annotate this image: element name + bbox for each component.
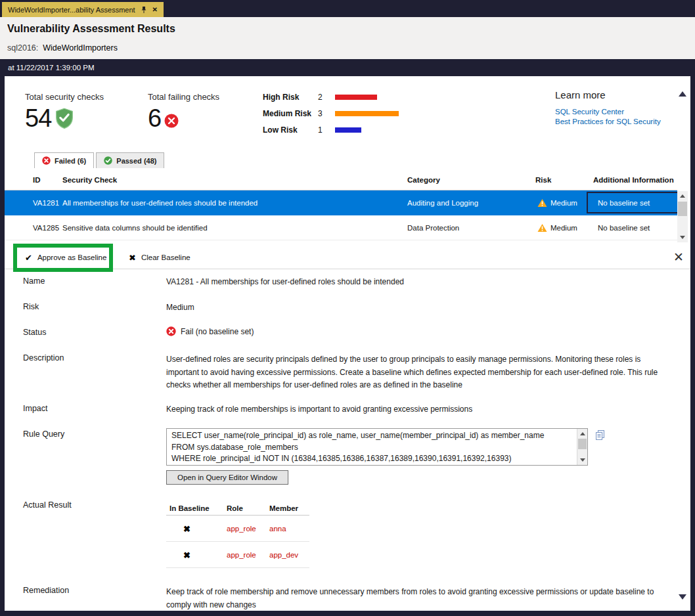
scan-timestamp: at 11/22/2017 1:39:00 PM: [0, 59, 695, 76]
rule-query-box[interactable]: SELECT user_name(role_principal_id) as r…: [166, 428, 588, 466]
medium-risk-bar: [335, 111, 399, 116]
rule-query-line: SELECT user_name(role_principal_id) as r…: [171, 430, 574, 442]
table-row-va1285[interactable]: VA1285 Sensitive data columns should be …: [5, 215, 677, 240]
column-id: ID: [33, 176, 41, 184]
status-text: Fail (no baseline set): [181, 327, 254, 336]
link-best-practices[interactable]: Best Practices for SQL Security: [555, 118, 661, 125]
column-category: Category: [407, 176, 440, 184]
field-label-remediation: Remediation: [23, 586, 69, 595]
query-scroll-up-icon[interactable]: [577, 429, 587, 438]
copy-icon[interactable]: [594, 429, 606, 441]
query-scrollbar-thumb[interactable]: [578, 439, 587, 449]
learn-more-section: Learn more SQL Security Center Best Prac…: [555, 89, 661, 125]
grid-scroll-up-icon[interactable]: [677, 191, 688, 201]
cell-risk: Medium: [550, 199, 577, 207]
cell-security-check: All memberships for user-defined roles s…: [62, 199, 258, 207]
field-value-name: VA1281 - All memberships for user-define…: [166, 277, 404, 286]
field-label-name: Name: [23, 276, 45, 286]
document-tab-bar: WideWorldImporter...ability Assessment ✕: [0, 0, 695, 17]
medium-risk-label: Medium Risk: [263, 109, 318, 118]
status-fail-icon: [166, 326, 176, 336]
tab-failed-label: Failed (6): [55, 157, 86, 165]
warning-icon: [537, 223, 547, 232]
remediation-text: Keep track of role membership and remove…: [166, 586, 667, 611]
ar-column-member: Member: [269, 504, 298, 512]
ar-column-in-baseline: In Baseline: [169, 504, 210, 512]
document-tab-title: WideWorldImporter...ability Assessment: [8, 6, 135, 14]
approve-as-baseline-button[interactable]: ✔ Approve as Baseline: [25, 246, 106, 269]
column-security-check: Security Check: [62, 176, 117, 184]
low-risk-bar: [335, 127, 361, 133]
passed-check-circle-icon: [104, 156, 112, 165]
low-risk-label: Low Risk: [263, 125, 318, 135]
failing-checks-block: Total failing checks 6: [148, 92, 219, 132]
grid-scrollbar[interactable]: [677, 191, 688, 242]
high-risk-row: High Risk 2: [263, 93, 399, 102]
results-header: Vulnerability Assessment Results sql2016…: [0, 17, 695, 59]
column-risk: Risk: [535, 176, 551, 184]
failing-checks-value: 6: [148, 104, 161, 132]
warning-icon: [537, 199, 547, 208]
total-checks-value: 54: [25, 104, 51, 132]
tab-passed-label: Passed (48): [116, 157, 156, 165]
column-additional-information: Additional Information: [593, 176, 674, 184]
not-in-baseline-icon: ✖: [183, 550, 191, 560]
field-label-risk: Risk: [23, 302, 39, 311]
baseline-status-box[interactable]: No baseline set: [587, 192, 681, 213]
server-line: sql2016:WideWorldImporters: [7, 43, 695, 53]
medium-risk-count: 3: [318, 109, 335, 118]
ar-member: anna: [269, 525, 286, 533]
field-label-rule-query: Rule Query: [23, 429, 64, 439]
failing-checks-label: Total failing checks: [148, 92, 219, 102]
cell-security-check: Sensitive data columns should be identif…: [62, 224, 208, 232]
cell-id: VA1285: [33, 224, 59, 232]
total-checks-label: Total security checks: [25, 92, 104, 102]
tab-close-icon[interactable]: ✕: [152, 6, 158, 13]
ar-column-role: Role: [227, 504, 243, 512]
query-scrollbar[interactable]: [577, 429, 587, 465]
close-details-icon[interactable]: ✕: [673, 250, 684, 265]
result-tabs: Failed (6) Passed (48): [34, 152, 164, 168]
clear-baseline-button[interactable]: ✖ Clear Baseline: [129, 246, 191, 269]
vulnerability-assessment-window: WideWorldImporter...ability Assessment ✕…: [0, 0, 695, 616]
query-scroll-down-icon[interactable]: [577, 456, 587, 464]
check-icon: ✔: [25, 253, 32, 263]
page-title: Vulnerability Assessment Results: [7, 23, 695, 35]
field-label-actual-result: Actual Result: [23, 500, 72, 510]
cell-additional-information: No baseline set: [598, 224, 650, 232]
description-text: User-defined roles are security principa…: [166, 353, 667, 392]
impact-text: Keeping track of role memberships is imp…: [166, 405, 472, 414]
high-risk-bar: [335, 95, 377, 100]
total-checks-block: Total security checks 54: [25, 92, 104, 132]
scroll-up-icon[interactable]: [679, 80, 686, 92]
low-risk-count: 1: [318, 125, 335, 135]
tab-passed[interactable]: Passed (48): [96, 152, 164, 168]
actual-result-header: In Baseline Role Member: [166, 502, 309, 516]
approve-as-baseline-label: Approve as Baseline: [37, 253, 106, 261]
field-value-status: Fail (no baseline set): [166, 326, 254, 336]
open-in-query-editor-button[interactable]: Open in Query Editor Window: [166, 470, 288, 485]
actual-result-table: In Baseline Role Member ✖ app_role anna …: [166, 502, 309, 568]
document-tab[interactable]: WideWorldImporter...ability Assessment ✕: [2, 2, 164, 17]
scroll-down-icon[interactable]: [679, 600, 686, 611]
content-area: Total security checks 54 Total failing c…: [5, 76, 690, 611]
cell-category: Auditing and Logging: [407, 199, 478, 207]
cell-id: VA1281: [33, 199, 59, 207]
x-icon: ✖: [129, 253, 136, 263]
tab-failed[interactable]: Failed (6): [34, 152, 94, 168]
low-risk-row: Low Risk 1: [263, 125, 399, 135]
pin-icon[interactable]: [141, 6, 147, 14]
medium-risk-row: Medium Risk 3: [263, 109, 399, 118]
database-name: WideWorldImporters: [43, 43, 118, 53]
field-label-impact: Impact: [23, 404, 48, 413]
clear-baseline-label: Clear Baseline: [141, 253, 191, 261]
link-sql-security-center[interactable]: SQL Security Center: [555, 108, 661, 116]
table-row-va1281[interactable]: VA1281 All memberships for user-defined …: [5, 190, 677, 215]
high-risk-count: 2: [318, 93, 335, 102]
grid-scroll-down-icon[interactable]: [677, 232, 688, 242]
grid-scrollbar-thumb[interactable]: [678, 202, 687, 216]
baseline-toolbar: ✔ Approve as Baseline ✖ Clear Baseline ✕: [5, 246, 690, 269]
ar-role: app_role: [227, 525, 256, 533]
server-name: sql2016:: [7, 43, 38, 53]
results-grid-header: ID Security Check Category Risk Addition…: [5, 168, 677, 190]
